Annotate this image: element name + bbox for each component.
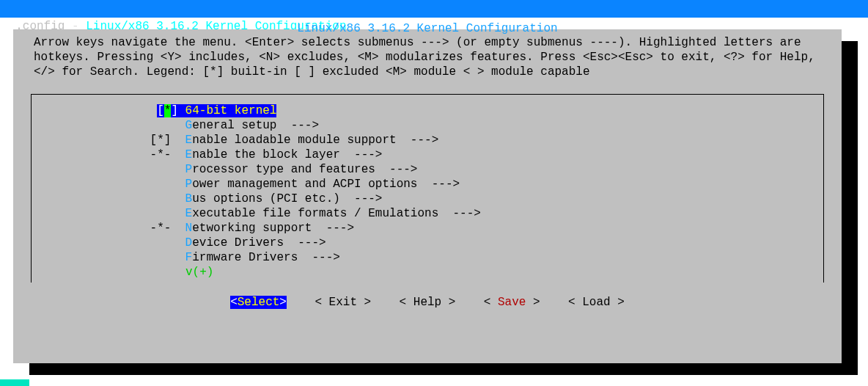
dialog-frame: Linux/x86 3.16.2 Kernel Configuration Ar… [13, 29, 842, 363]
menu-item[interactable]: -*- Enable the block layer ---> [39, 148, 816, 162]
window-titlebar: .config - Linux/x86 3.16.2 Kernel Config… [0, 0, 868, 18]
menu-label-selected: 64-bit kernel [185, 104, 277, 117]
menu-item[interactable]: Firmware Drivers ---> [39, 250, 816, 265]
menu-item[interactable]: Device Drivers ---> [39, 236, 816, 250]
more-indicator: v(+) [39, 265, 816, 280]
menu-item[interactable]: Power management and ACPI options ---> [39, 177, 816, 192]
menu-item-selected[interactable]: [*] 64-bit kernel [39, 103, 816, 118]
menu-item[interactable]: -*- Networking support ---> [39, 221, 816, 236]
help-button[interactable]: < Help > [400, 296, 456, 309]
help-text: Arrow keys navigate the menu. <Enter> se… [13, 29, 842, 79]
menu-item[interactable]: Executable file formats / Emulations ---… [39, 206, 816, 221]
exit-button[interactable]: < Exit > [315, 296, 371, 309]
menu-item[interactable]: [*] Enable loadable module support ---> [39, 133, 816, 148]
menu-item[interactable]: General setup ---> [39, 118, 816, 133]
menu-box: [*] 64-bit kernel General setup ---> [*]… [31, 94, 824, 283]
save-button[interactable]: < Save > [484, 296, 540, 309]
menu-item[interactable]: Processor type and features ---> [39, 162, 816, 177]
button-bar: <Select> < Exit > < Help > < Save > < Lo… [13, 283, 842, 316]
dialog-title: Linux/x86 3.16.2 Kernel Configuration [13, 22, 842, 35]
taskbar-fragment [0, 379, 29, 386]
menu-item[interactable]: Bus options (PCI etc.) ---> [39, 192, 816, 206]
load-button[interactable]: < Load > [568, 296, 625, 309]
select-button[interactable]: <Select> [230, 296, 287, 309]
